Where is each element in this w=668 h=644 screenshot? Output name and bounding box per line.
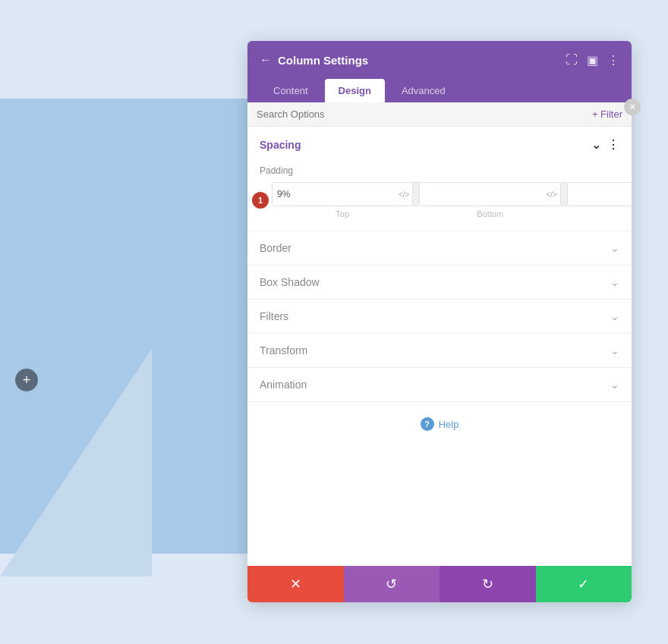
section-animation-title: Animation [260, 379, 307, 391]
padding-left-label: Left [631, 209, 632, 218]
back-icon[interactable]: ← [260, 53, 272, 67]
help-area: ? Help [247, 402, 632, 446]
panel-body: Spacing ⌄ ⋮ Padding 1 </> [247, 127, 632, 566]
tab-advanced[interactable]: Advanced [388, 79, 459, 102]
section-animation-header[interactable]: Animation ⌄ [247, 368, 632, 401]
section-animation: Animation ⌄ [247, 368, 632, 402]
box-shadow-chevron: ⌄ [610, 276, 619, 288]
search-bar: + Filter [247, 102, 632, 127]
badge-number: 1 [252, 192, 269, 209]
padding-top-input[interactable] [273, 183, 395, 206]
undo-button[interactable]: ↺ [344, 566, 440, 602]
tabs-bar: Content Design Advanced [247, 79, 632, 102]
padding-left-input[interactable] [568, 183, 632, 206]
column-settings-panel: ← Column Settings ⛶ ▣ ⋮ Content Design A… [247, 41, 632, 602]
padding-top-unit[interactable]: </> [395, 190, 412, 199]
spacing-content: Padding 1 </> Top [247, 162, 632, 231]
filter-button[interactable]: + Filter [592, 108, 622, 120]
section-border-title: Border [260, 242, 291, 254]
padding-top-label: Top [336, 209, 349, 218]
panel-close-button[interactable]: ✕ [624, 99, 641, 115]
field-group-top: </> Top [272, 182, 413, 218]
section-box-shadow-title: Box Shadow [260, 276, 320, 288]
padding-row: 1 </> Top [260, 182, 619, 218]
section-filters-title: Filters [260, 310, 288, 322]
padding-bottom-label: Bottom [477, 209, 503, 218]
section-box-shadow: Box Shadow ⌄ [247, 265, 632, 300]
cancel-button[interactable]: ✕ [247, 566, 344, 602]
panel-header-actions: ⛶ ▣ ⋮ [566, 53, 619, 68]
panel-header: ← Column Settings ⛶ ▣ ⋮ [247, 41, 632, 79]
section-transform: Transform ⌄ [247, 334, 632, 368]
border-chevron: ⌄ [610, 242, 619, 254]
panel-footer: ✕ ↺ ↻ ✓ [247, 566, 632, 602]
section-more-icon[interactable]: ⋮ [607, 137, 619, 152]
panel-title: Column Settings [278, 54, 559, 67]
filters-chevron: ⌄ [610, 310, 619, 322]
section-filters-header[interactable]: Filters ⌄ [247, 300, 632, 333]
section-spacing-title: Spacing [260, 139, 301, 151]
collapse-icon[interactable]: ⌄ [591, 137, 601, 152]
more-icon[interactable]: ⋮ [607, 53, 619, 68]
focus-icon[interactable]: ⛶ [566, 53, 578, 67]
search-input[interactable] [257, 108, 592, 120]
padding-fields: </> Top </> Bottom [272, 182, 632, 218]
section-filters: Filters ⌄ [247, 300, 632, 334]
save-button[interactable]: ✓ [536, 566, 632, 602]
tab-design[interactable]: Design [325, 79, 385, 102]
tab-content[interactable]: Content [260, 79, 322, 102]
field-divider-2 [561, 182, 567, 206]
field-divider-1 [413, 182, 419, 206]
field-wrap-top: </> [272, 182, 413, 206]
section-box-shadow-header[interactable]: Box Shadow ⌄ [247, 265, 632, 299]
section-border: Border ⌄ [247, 231, 632, 265]
field-group-bottom: </> Bottom [419, 182, 560, 218]
field-wrap-left: </> [567, 182, 632, 206]
add-button[interactable]: + [15, 369, 38, 391]
help-label[interactable]: Help [439, 419, 459, 430]
field-wrap-bottom: </> [419, 182, 560, 206]
section-transform-title: Transform [260, 344, 307, 357]
redo-button[interactable]: ↻ [440, 566, 536, 602]
transform-chevron: ⌄ [610, 344, 619, 357]
field-group-left: </> Left [567, 182, 632, 218]
section-spacing-header[interactable]: Spacing ⌄ ⋮ [247, 127, 632, 162]
section-transform-header[interactable]: Transform ⌄ [247, 334, 632, 367]
padding-bottom-input[interactable] [420, 183, 543, 206]
help-icon: ? [421, 417, 434, 431]
section-spacing: Spacing ⌄ ⋮ Padding 1 </> [247, 127, 632, 231]
padding-bottom-unit[interactable]: </> [543, 190, 559, 199]
section-spacing-actions: ⌄ ⋮ [591, 137, 619, 152]
animation-chevron: ⌄ [610, 379, 619, 391]
padding-label: Padding [260, 165, 619, 176]
section-border-header[interactable]: Border ⌄ [247, 231, 632, 265]
layout-icon[interactable]: ▣ [587, 53, 598, 68]
